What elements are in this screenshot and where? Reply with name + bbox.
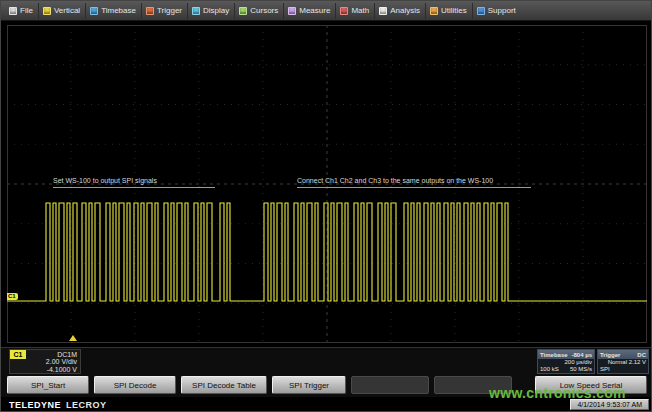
brand-logo: TELEDYNE LECROY <box>9 400 107 410</box>
spi-start-button[interactable]: SPI_Start <box>7 376 89 394</box>
math-sigma-icon <box>340 7 348 15</box>
menu-measure[interactable]: Measure <box>284 3 336 19</box>
menu-math[interactable]: Math <box>336 3 375 19</box>
file-icon <box>9 7 17 15</box>
channel-vdiv: 2.00 V/div <box>10 358 77 366</box>
menu-display-label: Display <box>203 6 229 15</box>
menu-measure-label: Measure <box>299 6 330 15</box>
spi-decode-table-button[interactable]: SPI Decode Table <box>181 376 267 394</box>
menu-utilities-label: Utilities <box>441 6 467 15</box>
waveform-display: Set WS-100 to output SPI signals Connect… <box>7 25 647 343</box>
trigger-type: SPI <box>600 366 610 373</box>
menu-file[interactable]: File <box>5 3 39 19</box>
watermark: www.cntronics.com <box>489 385 626 401</box>
brand-lecroy: LECROY <box>66 400 107 410</box>
cursors-cross-icon <box>239 7 247 15</box>
menu-support-label: Support <box>488 6 516 15</box>
brand-teledyne: TELEDYNE <box>9 400 61 410</box>
menu-trigger-label: Trigger <box>157 6 182 15</box>
trigger-mode-level: Normal 2.12 V <box>608 359 646 366</box>
trigger-descriptor[interactable]: Trigger DC Normal 2.12 V SPI <box>597 349 649 374</box>
timebase-delay: -804 µs <box>572 352 592 358</box>
timebase-tdiv: 200 µs/div <box>565 359 592 366</box>
menu-timebase[interactable]: Timebase <box>86 3 142 19</box>
trigger-position-marker[interactable] <box>69 335 77 341</box>
menu-timebase-label: Timebase <box>101 6 136 15</box>
trigger-arrow-icon <box>146 7 154 15</box>
menu-file-label: File <box>20 6 33 15</box>
menu-display[interactable]: Display <box>188 3 235 19</box>
utilities-wrench-icon <box>430 7 438 15</box>
support-help-icon <box>477 7 485 15</box>
measure-ruler-icon <box>288 7 296 15</box>
channel-offset-marker[interactable]: C1 <box>7 293 18 300</box>
menu-utilities[interactable]: Utilities <box>426 3 473 19</box>
empty-button-slot <box>351 376 429 394</box>
menu-cursors-label: Cursors <box>250 6 278 15</box>
trigger-coupling: DC <box>637 352 646 358</box>
channel-c1-descriptor[interactable]: C1 DC1M 2.00 V/div -4.1000 V <box>9 349 81 374</box>
menu-analysis-label: Analysis <box>390 6 420 15</box>
timebase-samples: 100 kS <box>540 366 559 373</box>
timebase-arrows-icon <box>90 7 98 15</box>
menu-support[interactable]: Support <box>473 3 521 19</box>
timebase-rate: 50 MS/s <box>570 366 592 373</box>
timebase-title: Timebase <box>540 352 568 358</box>
menubar: File Vertical Timebase Trigger Display C… <box>1 1 651 21</box>
menu-cursors[interactable]: Cursors <box>235 3 284 19</box>
menu-math-label: Math <box>351 6 369 15</box>
menu-analysis[interactable]: Analysis <box>375 3 426 19</box>
spi-decode-button[interactable]: SPI Decode <box>94 376 176 394</box>
analysis-chart-icon <box>379 7 387 15</box>
menu-vertical-label: Vertical <box>54 6 80 15</box>
vertical-arrows-icon <box>43 7 51 15</box>
annotation-note-2: Connect Ch1 Ch2 and Ch3 to the same outp… <box>297 177 531 188</box>
display-grid-icon <box>192 7 200 15</box>
timebase-descriptor[interactable]: Timebase -804 µs 200 µs/div 100 kS 50 MS… <box>537 349 595 374</box>
oscilloscope-window: File Vertical Timebase Trigger Display C… <box>0 0 652 412</box>
trigger-title: Trigger <box>600 352 620 358</box>
spi-trigger-button[interactable]: SPI Trigger <box>272 376 346 394</box>
channel-offset: -4.1000 V <box>10 366 77 374</box>
menu-vertical[interactable]: Vertical <box>39 3 86 19</box>
annotation-note-1: Set WS-100 to output SPI signals <box>53 177 215 188</box>
menu-trigger[interactable]: Trigger <box>142 3 188 19</box>
